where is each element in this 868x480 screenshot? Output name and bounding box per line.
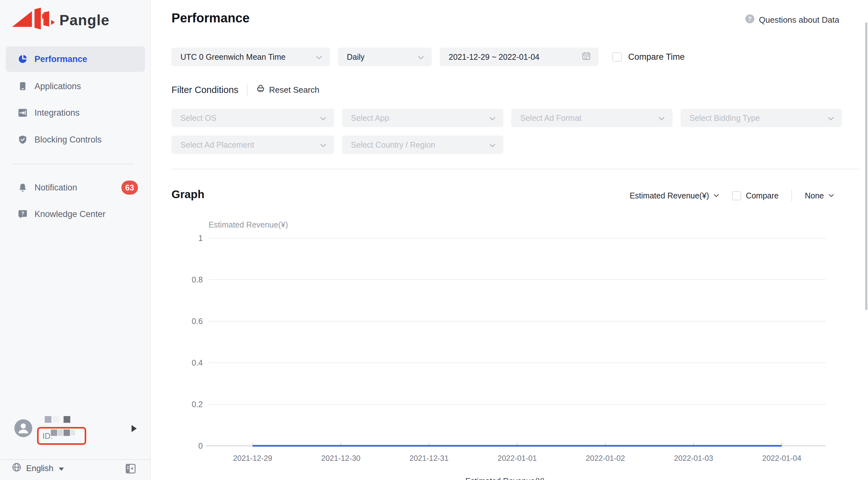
question-circle-icon: ? xyxy=(745,14,755,26)
globe-icon xyxy=(12,463,21,474)
redacted-id-block xyxy=(58,429,63,436)
graph-section-title: Graph xyxy=(172,188,205,201)
vertical-scrollbar[interactable] xyxy=(865,22,867,310)
svg-text:2021-12-29: 2021-12-29 xyxy=(233,454,272,462)
svg-text:Estimated Revenue(¥): Estimated Revenue(¥) xyxy=(209,220,288,229)
redacted-id-block xyxy=(51,429,57,436)
pangle-logo[interactable]: Pangle xyxy=(11,7,110,33)
redacted-username-block xyxy=(53,416,59,423)
dimension-value: None xyxy=(805,191,824,200)
select-os-placeholder: Select OS xyxy=(180,114,217,123)
select-bidding-type-placeholder: Select Bidding Type xyxy=(689,114,760,123)
svg-text:0.2: 0.2 xyxy=(192,400,203,409)
granularity-value: Daily xyxy=(347,52,365,62)
top-filter-row: UTC 0 Greenwich Mean Time Daily 2021-12-… xyxy=(172,48,598,66)
chevron-down-icon xyxy=(320,114,327,123)
chevron-down-icon xyxy=(418,52,424,62)
select-ad-placement-placeholder: Select Ad Placement xyxy=(180,140,254,150)
select-app[interactable]: Select App xyxy=(342,109,503,127)
redacted-username-block xyxy=(64,416,70,423)
chevron-down-icon xyxy=(828,194,834,198)
sidebar-item-label: Blocking Controls xyxy=(34,135,101,145)
sidebar-item-label: Notification xyxy=(34,183,77,193)
pie-chart-icon xyxy=(18,54,28,64)
select-ad-format[interactable]: Select Ad Format xyxy=(511,109,673,127)
redacted-id-block xyxy=(70,430,75,435)
timezone-select[interactable]: UTC 0 Greenwich Mean Time xyxy=(172,48,330,66)
revenue-line-chart: Estimated Revenue(¥)00.20.40.60.812021-1… xyxy=(172,217,861,480)
sidebar-item-applications[interactable]: Applications xyxy=(6,73,145,100)
sidebar-item-knowledge-center[interactable]: ? Knowledge Center xyxy=(6,201,145,228)
svg-text:?: ? xyxy=(748,16,751,22)
applications-icon xyxy=(18,82,28,91)
svg-text:2022-01-04: 2022-01-04 xyxy=(762,454,802,462)
sidebar-divider xyxy=(13,163,134,164)
compare-checkbox[interactable] xyxy=(732,191,741,200)
sidebar-item-performance[interactable]: Performance xyxy=(6,46,145,72)
select-ad-format-placeholder: Select Ad Format xyxy=(520,114,582,123)
svg-text:2021-12-31: 2021-12-31 xyxy=(409,454,449,462)
pangle-logo-icon xyxy=(11,7,55,33)
select-os[interactable]: Select OS xyxy=(172,109,334,127)
date-range-value: 2021-12-29 ~ 2022-01-04 xyxy=(449,52,539,62)
svg-text:?: ? xyxy=(21,211,24,216)
granularity-select[interactable]: Daily xyxy=(338,48,432,66)
page-title: Performance xyxy=(172,11,250,25)
logo-accent-triangle xyxy=(42,14,48,19)
select-country-region-placeholder: Select Country / Region xyxy=(351,140,435,150)
compare-time-checkbox[interactable] xyxy=(612,52,622,62)
help-label: Questions about Data xyxy=(759,15,840,25)
select-bidding-type[interactable]: Select Bidding Type xyxy=(681,109,842,127)
chevron-down-icon xyxy=(58,463,64,473)
redacted-id-block xyxy=(64,429,70,436)
questions-about-data-link[interactable]: ? Questions about Data xyxy=(745,14,840,26)
chevron-down-icon xyxy=(320,140,327,150)
sidebar-item-integrations[interactable]: Integrations xyxy=(6,99,145,126)
sidebar-item-label: Applications xyxy=(34,82,81,91)
svg-text:2022-01-02: 2022-01-02 xyxy=(586,454,625,462)
sidebar-item-label: Integrations xyxy=(34,108,80,118)
expand-user-caret-icon[interactable] xyxy=(131,425,137,432)
metric-value: Estimated Revenue(¥) xyxy=(630,191,709,200)
chevron-down-icon xyxy=(658,114,665,123)
svg-text:Estimated Revenue(¥): Estimated Revenue(¥) xyxy=(465,477,545,480)
sidebar-item-label: Performance xyxy=(34,54,87,64)
sidebar-item-label: Knowledge Center xyxy=(34,209,105,219)
shield-check-icon xyxy=(18,135,28,145)
sidebar: Pangle Performance Applications xyxy=(0,0,151,480)
svg-text:1: 1 xyxy=(198,234,203,243)
section-divider xyxy=(172,169,860,169)
svg-text:0: 0 xyxy=(198,441,203,450)
compare-control: Compare xyxy=(732,191,779,200)
vertical-divider xyxy=(247,83,248,96)
sidebar-item-blocking-controls[interactable]: Blocking Controls xyxy=(6,126,145,153)
svg-text:0.8: 0.8 xyxy=(192,275,203,284)
chevron-down-icon xyxy=(713,194,719,198)
broom-icon xyxy=(256,84,266,96)
language-selector[interactable]: English xyxy=(12,463,64,474)
vertical-divider xyxy=(792,190,792,201)
select-country-region[interactable]: Select Country / Region xyxy=(342,136,503,154)
chevron-down-icon xyxy=(489,140,496,150)
redacted-username-block xyxy=(45,416,52,423)
collapse-sidebar-icon[interactable] xyxy=(125,463,136,474)
svg-text:2022-01-03: 2022-01-03 xyxy=(674,454,713,462)
svg-text:0.6: 0.6 xyxy=(192,317,203,326)
svg-text:2021-12-30: 2021-12-30 xyxy=(321,454,361,462)
date-range-picker[interactable]: 2021-12-29 ~ 2022-01-04 xyxy=(440,48,598,66)
language-label: English xyxy=(26,463,53,473)
chevron-down-icon xyxy=(489,114,496,123)
sidebar-item-notification[interactable]: Notification 63 xyxy=(6,174,145,201)
filter-conditions-row: Filter Conditions Reset Search xyxy=(172,83,319,97)
dimension-dropdown[interactable]: None xyxy=(805,191,834,200)
compare-label: Compare xyxy=(746,191,779,200)
reset-search-button[interactable]: Reset Search xyxy=(256,84,320,96)
select-ad-placement[interactable]: Select Ad Placement xyxy=(172,136,334,154)
graph-controls: Estimated Revenue(¥) Compare None xyxy=(630,187,834,204)
metric-dropdown[interactable]: Estimated Revenue(¥) xyxy=(630,191,719,200)
chevron-down-icon xyxy=(828,114,834,123)
notification-count-badge: 63 xyxy=(121,181,138,194)
user-avatar[interactable] xyxy=(14,419,32,437)
svg-text:2022-01-01: 2022-01-01 xyxy=(498,454,537,462)
bell-icon xyxy=(18,183,28,192)
